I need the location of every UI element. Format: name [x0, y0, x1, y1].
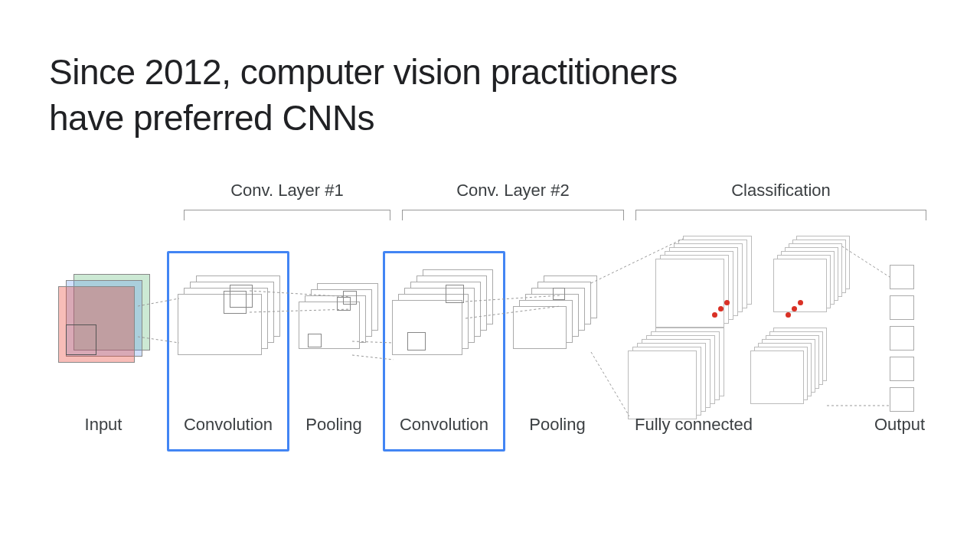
- svg-line-5: [352, 355, 394, 360]
- projection-lines: [46, 176, 934, 482]
- stage-label-pool1: Pooling: [296, 415, 372, 435]
- svg-line-0: [138, 298, 179, 306]
- svg-line-6: [466, 295, 560, 302]
- svg-line-4: [352, 341, 394, 343]
- stage-label-output: Output: [850, 415, 949, 435]
- svg-line-10: [842, 246, 890, 277]
- cnn-diagram: Conv. Layer #1 Conv. Layer #2 Classifica…: [46, 176, 934, 482]
- svg-line-8: [591, 239, 683, 283]
- svg-line-2: [250, 291, 351, 297]
- svg-line-9: [591, 352, 629, 416]
- slide-title: Since 2012, computer vision practitioner…: [49, 49, 678, 141]
- stage-label-conv2: Convolution: [383, 415, 505, 435]
- svg-line-7: [466, 306, 560, 318]
- svg-line-1: [138, 337, 179, 343]
- title-line-2: have preferred CNNs: [49, 98, 374, 138]
- stage-label-input: Input: [61, 415, 145, 435]
- stage-label-conv1: Convolution: [167, 415, 289, 435]
- stage-label-pool2: Pooling: [511, 415, 603, 435]
- title-line-1: Since 2012, computer vision practitioner…: [49, 52, 678, 92]
- svg-line-3: [250, 309, 351, 312]
- stage-label-fc: Fully connected: [625, 415, 763, 435]
